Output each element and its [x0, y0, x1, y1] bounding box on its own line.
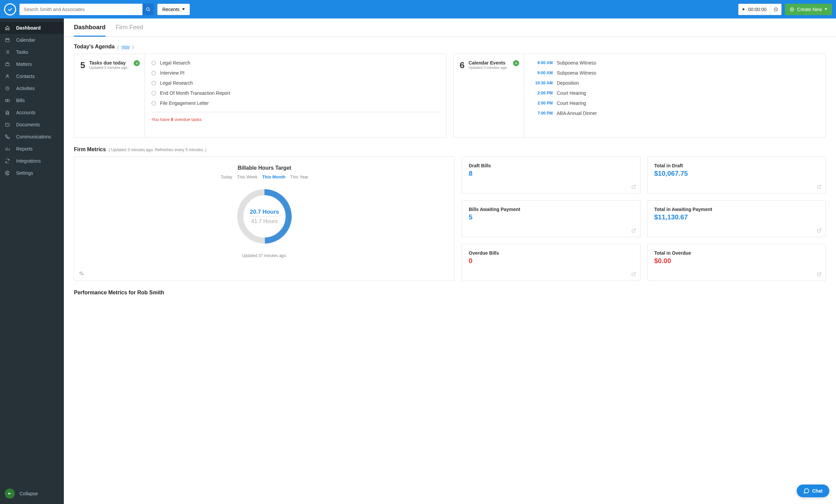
play-icon — [742, 7, 746, 11]
event-item[interactable]: 9:00 AMSubpoena Witness — [531, 60, 819, 65]
sidebar-item-settings[interactable]: Settings — [0, 167, 64, 179]
metric-value: $10,067.75 — [654, 170, 819, 177]
event-name: ABA Annual Dinner — [557, 111, 597, 116]
sidebar-item-matters[interactable]: Matters — [0, 58, 64, 70]
metric-card[interactable]: Draft Bills8 — [462, 157, 641, 194]
tasks-count: 5 — [80, 60, 85, 131]
timer-display[interactable]: 00:00:00 — [738, 4, 771, 15]
money-icon — [5, 98, 10, 103]
event-item[interactable]: 10:30 AMDeposition — [531, 80, 819, 86]
tab-firm-feed[interactable]: Firm Feed — [116, 24, 143, 37]
metric-card[interactable]: Bills Awaiting Payment5 — [462, 200, 641, 237]
metric-card[interactable]: Overdue Bills0 — [462, 244, 641, 281]
donut-actual: 20.7 Hours — [250, 209, 279, 215]
create-new-button[interactable]: Create New — [785, 4, 832, 15]
hide-agenda-link[interactable]: Hide — [121, 45, 130, 50]
sidebar-item-activities[interactable]: Activities — [0, 82, 64, 94]
period-year[interactable]: This Year — [290, 174, 308, 179]
agenda-section-title: Today's Agenda ( Hide ) — [74, 44, 826, 50]
add-task-button[interactable]: + — [134, 60, 140, 66]
event-name: Subpoena Witness — [557, 70, 596, 76]
chat-button[interactable]: Chat — [797, 485, 829, 497]
sidebar-item-dashboard[interactable]: Dashboard — [0, 22, 64, 34]
billable-donut-chart: 20.7 Hours 41.7 Hours — [234, 186, 295, 247]
sidebar-item-label: Integrations — [16, 158, 41, 163]
metric-label: Total in Awaiting Payment — [654, 207, 819, 212]
radio-icon[interactable] — [152, 71, 156, 75]
search-wrap — [19, 4, 154, 15]
sidebar-item-calendar[interactable]: Calendar — [0, 34, 64, 46]
metric-card[interactable]: Total in Overdue$0.00 — [647, 244, 826, 281]
event-name: Deposition — [557, 80, 579, 86]
sidebar-item-integrations[interactable]: Integrations — [0, 155, 64, 167]
metric-value: $0.00 — [654, 257, 819, 265]
radio-icon[interactable] — [152, 61, 156, 65]
clock-icon — [5, 86, 10, 91]
radio-icon[interactable] — [152, 101, 156, 105]
timer-value: 00:00:00 — [748, 7, 767, 12]
collapse-sidebar[interactable]: Collapse — [0, 483, 64, 504]
tab-dashboard[interactable]: Dashboard — [74, 24, 106, 37]
svg-line-1 — [149, 10, 150, 11]
search-button[interactable] — [142, 4, 154, 15]
external-link-icon — [817, 228, 821, 233]
event-name: Court Hearing — [557, 100, 586, 106]
metric-card[interactable]: Total in Awaiting Payment$11,130.67 — [647, 200, 826, 237]
search-input[interactable] — [19, 4, 142, 15]
sidebar-item-label: Dashboard — [16, 25, 41, 31]
event-item[interactable]: 2:00 PMCourt Hearing — [531, 100, 819, 106]
event-time: 2:00 PM — [531, 101, 553, 105]
radio-icon[interactable] — [152, 81, 156, 85]
app-logo — [4, 3, 16, 16]
sidebar-item-contacts[interactable]: Contacts — [0, 70, 64, 82]
sidebar-item-communications[interactable]: Communications — [0, 131, 64, 143]
gear-icon[interactable] — [79, 271, 84, 276]
add-event-button[interactable]: + — [513, 60, 519, 66]
task-name: Interview PI — [160, 70, 185, 76]
recents-dropdown[interactable]: Recents — [157, 4, 190, 15]
svg-rect-20 — [5, 99, 10, 102]
main-content: Dashboard Firm Feed Today's Agenda ( Hid… — [64, 18, 836, 504]
task-item[interactable]: File Engagement Letter — [152, 100, 439, 106]
create-new-label: Create New — [797, 7, 822, 12]
sidebar-item-label: Reports — [16, 146, 33, 152]
sidebar: DashboardCalendarTasksMattersContactsAct… — [0, 18, 64, 504]
sidebar-item-accounts[interactable]: Accounts — [0, 106, 64, 119]
sidebar-item-label: Communications — [16, 134, 51, 139]
sidebar-item-bills[interactable]: Bills — [0, 94, 64, 106]
firm-metrics-title: Firm Metrics ( Updated 3 minutes ago. Re… — [74, 147, 826, 153]
period-month[interactable]: This Month — [262, 174, 285, 179]
task-item[interactable]: Interview PI — [152, 70, 439, 76]
briefcase-icon — [5, 62, 10, 66]
clock-icon — [774, 7, 778, 12]
sidebar-item-documents[interactable]: Documents — [0, 119, 64, 131]
svg-rect-17 — [6, 63, 10, 66]
page-tabs: Dashboard Firm Feed — [64, 18, 836, 37]
sidebar-item-tasks[interactable]: Tasks — [0, 46, 64, 58]
event-item[interactable]: 7:00 PMABA Annual Dinner — [531, 111, 819, 116]
svg-point-21 — [7, 100, 8, 101]
overdue-tasks-message[interactable]: You have 8 overdue tasks — [152, 117, 439, 122]
collapse-label: Collapse — [19, 491, 38, 496]
metric-value: 8 — [469, 170, 633, 177]
timer-clock-button[interactable] — [770, 4, 782, 15]
metric-value: $11,130.67 — [654, 213, 819, 221]
period-week[interactable]: This Week — [237, 174, 258, 179]
sidebar-item-reports[interactable]: Reports — [0, 143, 64, 155]
sidebar-item-label: Tasks — [16, 50, 28, 55]
event-item[interactable]: 9:00 AMSubpoena Witness — [531, 70, 819, 76]
event-item[interactable]: 2:00 PMCourt Hearing — [531, 90, 819, 96]
task-item[interactable]: End Of Month Transaction Report — [152, 90, 439, 96]
task-item[interactable]: Legal Resarch — [152, 60, 439, 65]
external-link-icon — [631, 185, 636, 189]
svg-point-0 — [147, 7, 149, 10]
folder-icon — [5, 122, 10, 127]
metric-card[interactable]: Total in Draft$10,067.75 — [647, 157, 826, 194]
period-today[interactable]: Today — [221, 174, 232, 179]
phone-icon — [5, 134, 10, 139]
sidebar-item-label: Matters — [16, 61, 32, 67]
radio-icon[interactable] — [152, 91, 156, 95]
task-item[interactable]: Legal Research — [152, 80, 439, 86]
chat-icon — [803, 488, 810, 494]
event-time: 10:30 AM — [531, 81, 553, 85]
